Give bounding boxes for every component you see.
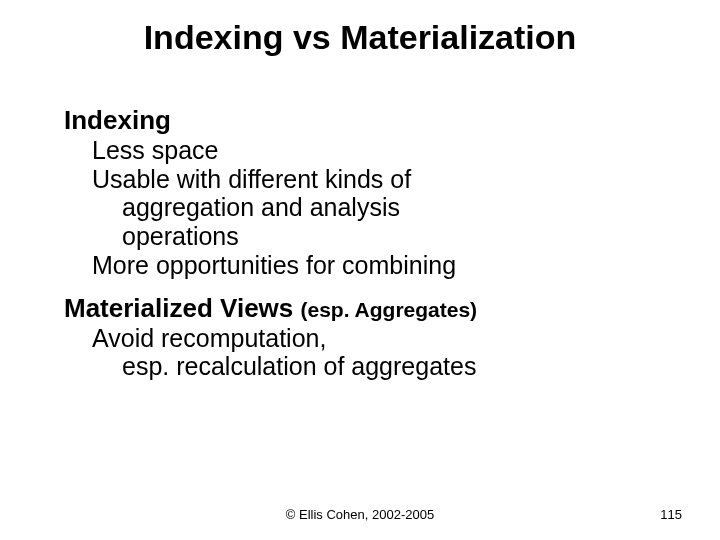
footer-page-number: 115 [660,507,682,522]
indexing-bullet-1: Less space [92,136,664,165]
section-materialized-heading: Materialized Views (esp. Aggregates) [64,294,664,324]
slide-title: Indexing vs Materialization [0,18,720,57]
materialized-heading-qualifier: (esp. Aggregates) [301,298,478,321]
indexing-bullet-2-line2: aggregation and analysis [92,193,664,222]
materialized-bullet-1-line1: Avoid recomputation, [92,324,326,352]
indexing-bullet-2: Usable with different kinds of aggregati… [92,165,664,251]
indexing-bullet-2-line3: operations [92,222,664,251]
footer-copyright: © Ellis Cohen, 2002-2005 [0,507,720,522]
slide: Indexing vs Materialization Indexing Les… [0,0,720,540]
indexing-bullet-2-line1: Usable with different kinds of [92,165,411,193]
materialized-bullet-1-line2: esp. recalculation of aggregates [92,352,664,381]
slide-body: Indexing Less space Usable with differen… [64,100,664,381]
section-indexing-heading: Indexing [64,106,664,136]
materialized-bullet-1: Avoid recomputation, esp. recalculation … [92,324,664,382]
indexing-bullet-3: More opportunities for combining [92,251,664,280]
materialized-heading-text: Materialized Views [64,293,301,323]
